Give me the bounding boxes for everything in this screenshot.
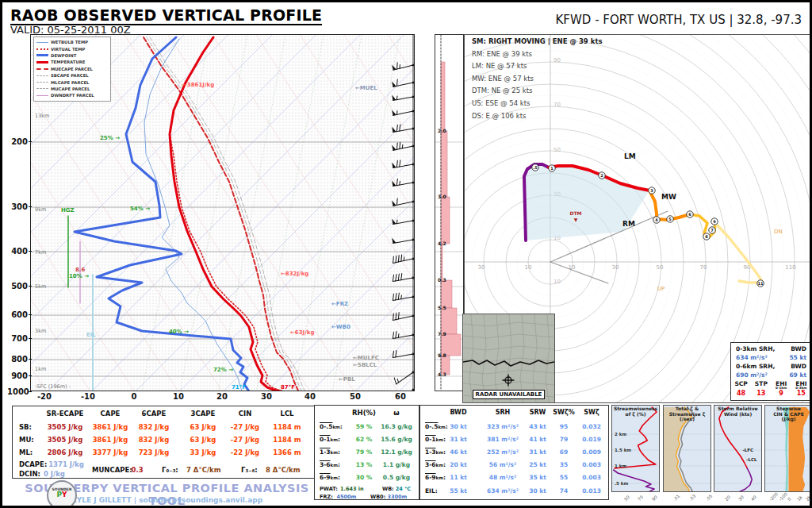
kinematics-value: 0.003 xyxy=(582,474,601,481)
kinematics-col-header: SRH xyxy=(496,409,511,416)
legend-line-sample xyxy=(36,88,48,89)
thermo-extra-label: Γ₀₋₃: xyxy=(162,466,178,474)
moisture-omega-value: 12.1 g/kg xyxy=(381,448,412,456)
decorative: (J/kg) xyxy=(765,417,812,422)
kinematics-table: BWDSRHSRWSWζ%SWζ0-.5km:30 kt323 m²/s²43 … xyxy=(419,405,609,500)
mixing-ratio-line xyxy=(256,35,324,391)
moisture-extra-label: FRZ: xyxy=(320,494,333,500)
thermo-value: 1184 m xyxy=(273,423,301,431)
decorative: km xyxy=(436,475,443,480)
decorative: km xyxy=(438,425,445,429)
decorative xyxy=(412,95,414,98)
storm-motion-line: DS: E @ 106 kts xyxy=(472,112,607,125)
skewt-annotation: 25% → xyxy=(100,135,120,141)
composite-indices: SCP48STP13EHI0-1km9EHI0-3km15 xyxy=(731,381,811,397)
moisture-extra-value: 1.643 in xyxy=(340,486,364,492)
legend-line-sample xyxy=(36,68,48,70)
decorative: km xyxy=(436,437,443,442)
mini-panel-1: Total ζ &Streamwise ζ(/sec).01.03.05 xyxy=(663,405,711,506)
kinematics-value: 31 kt xyxy=(450,436,467,443)
hodograph-trace xyxy=(715,223,763,283)
hodo-height-marker-label: 9 xyxy=(713,219,716,224)
kinematics-value: 11 kt xyxy=(450,474,467,481)
srh-box-value-row: 634 m²/s²55 kt xyxy=(731,354,811,363)
mini-panel-plot: Total ζ &Streamwise ζ(/sec) xyxy=(663,405,711,492)
moisture-row-label: 1-3km: xyxy=(320,448,340,456)
thermo-extra-label: Γ₃₋₆: xyxy=(241,466,258,474)
srh-box-header-row: 0-3km SRH,BWD xyxy=(731,345,811,354)
curve xyxy=(398,160,401,167)
height-label: 9km xyxy=(35,206,46,213)
hodo-label-dn: DN xyxy=(774,229,783,235)
height-label: -SFC (196m) - xyxy=(35,383,71,390)
decorative xyxy=(412,81,414,83)
kinematics-row-label: 6-9km: xyxy=(425,474,446,481)
kinematics-value: 46 kt xyxy=(450,448,467,456)
county-line xyxy=(463,322,554,326)
moisture-rh-value: 13 % xyxy=(356,461,373,468)
decorative: 1-3 xyxy=(425,448,436,456)
decorative xyxy=(412,64,414,66)
kinematics-value: 25 kt xyxy=(529,461,546,468)
decorative: 55 kt xyxy=(789,354,806,363)
kinematics-row-label: 0-.5km: xyxy=(425,423,448,430)
thermo-value: 3377 J/kg xyxy=(93,448,128,456)
histogram-value-label: 0.3 xyxy=(438,277,446,283)
pressure-tick xyxy=(29,375,32,376)
curve xyxy=(394,332,397,338)
decorative xyxy=(412,352,414,355)
thermo-extra-label: MUNCAPE: xyxy=(92,466,132,474)
thermo-extra-value: 0 J/kg xyxy=(44,470,65,478)
pressure-tick xyxy=(29,251,32,252)
legend-item-label: MUECAPE PARCEL xyxy=(51,67,93,71)
radar-map-inset: RADAR UNAVAILABLE xyxy=(462,314,555,403)
temp-tick-label: -20 xyxy=(37,392,52,401)
decorative: BWD xyxy=(791,345,806,354)
pressure-tick-label: 300 xyxy=(7,202,28,211)
decorative xyxy=(412,163,414,165)
decorative: 3-6 xyxy=(425,461,436,468)
pressure-tick-label: 200 xyxy=(7,137,28,146)
legend-item: DEWPOINT xyxy=(36,52,108,59)
temp-tick-label: 20 xyxy=(216,392,228,401)
thermo-col-header: CIN xyxy=(239,410,252,418)
srh-shade-area xyxy=(524,164,649,241)
wind-barb xyxy=(392,76,414,88)
srh-bwd-composite-box: 0-3km SRH,BWD634 m²/s²55 kt0-6km SRH,BWD… xyxy=(730,342,812,401)
pressure-tick xyxy=(29,314,32,315)
decorative: 690 m²/s² xyxy=(736,371,768,380)
moisture-omega-value: 15.6 g/kg xyxy=(381,436,412,443)
moisture-extra-value: 4500m xyxy=(336,494,356,500)
kinematics-value: 0.009 xyxy=(582,448,601,456)
kinematics-value: 252 m²/s² xyxy=(487,448,519,456)
kinematics-col-header: SWζ% xyxy=(553,409,574,416)
histogram-value-label: 4.2 xyxy=(438,241,446,246)
isotherm-line xyxy=(266,35,414,391)
decorative: km xyxy=(331,450,338,455)
hodo-label-mw: MW xyxy=(661,193,676,201)
skewt-annotation: 8.6 xyxy=(75,267,85,273)
wind-barb xyxy=(392,91,414,102)
histogram-bar xyxy=(441,197,450,244)
station-marker-icon xyxy=(503,375,514,386)
pressure-tick xyxy=(29,391,32,392)
decorative: 6-9 xyxy=(320,474,331,481)
hodo-height-marker-label: 5 xyxy=(668,217,672,221)
decorative: km xyxy=(332,425,339,429)
storm-motion-line: MW: ENE @ 57 kts xyxy=(472,75,607,87)
decorative: km xyxy=(436,450,443,455)
legend-item: MUCAPE PARCEL xyxy=(36,86,108,92)
curve xyxy=(396,160,399,167)
curve xyxy=(397,293,400,299)
curve xyxy=(394,275,397,281)
hodo-ring-label: 30 xyxy=(478,264,485,271)
temp-tick-label: 10 xyxy=(173,392,184,401)
skewt-annotation: ←63J/kg xyxy=(290,329,314,336)
kinematics-value: 634 m²/s² xyxy=(487,487,519,495)
hodo-height-marker-label: 1 xyxy=(550,166,553,171)
mini-axis-tick: .03 xyxy=(688,494,696,502)
histogram-bar xyxy=(441,280,452,308)
skewt-annotation: ←WB0 xyxy=(331,324,350,330)
decorative: 0-1 xyxy=(425,436,436,443)
radar-unavailable-label: RADAR UNAVAILABLE xyxy=(473,390,546,399)
